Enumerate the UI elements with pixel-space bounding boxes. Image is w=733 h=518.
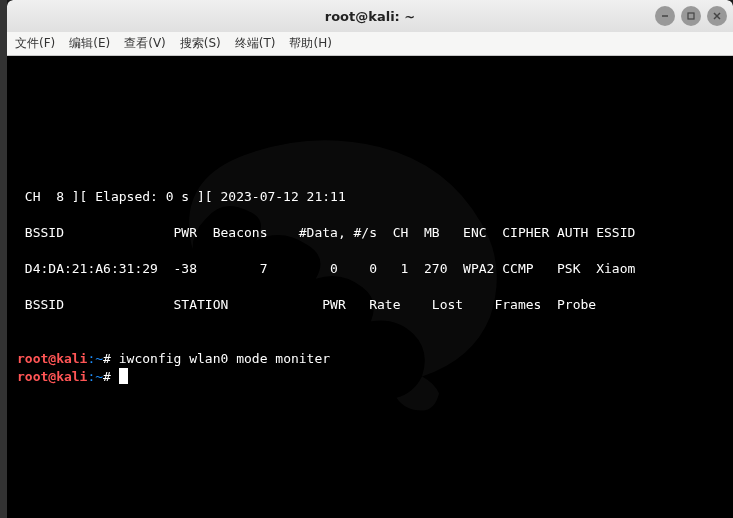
minimize-button[interactable] [655,6,675,26]
prompt-at: @ [48,369,56,384]
prompt-line-2: root@kali:~# [17,369,128,384]
menu-terminal[interactable]: 终端(T) [235,35,276,52]
cursor [119,368,128,384]
prompt-host: kali [56,351,87,366]
titlebar: root@kali: ~ [7,0,733,32]
menu-file[interactable]: 文件(F) [15,35,55,52]
prompt-user: root [17,369,48,384]
prompt-at: @ [48,351,56,366]
menubar: 文件(F) 编辑(E) 查看(V) 搜索(S) 终端(T) 帮助(H) [7,32,733,56]
terminal-body[interactable]: CH 8 ][ Elapsed: 0 s ][ 2023-07-12 21:11… [7,56,733,518]
close-button[interactable] [707,6,727,26]
airodump-header: CH 8 ][ Elapsed: 0 s ][ 2023-07-12 21:11 [17,189,346,204]
prompt-path: ~ [95,351,103,366]
prompt-hash: # [103,369,119,384]
menu-search[interactable]: 搜索(S) [180,35,221,52]
terminal-window: root@kali: ~ 文件(F) 编辑(E) 查看(V) 搜索(S) 终端(… [7,0,733,518]
menu-help[interactable]: 帮助(H) [289,35,331,52]
prompt-line-1: root@kali:~# iwconfig wlan0 mode moniter [17,351,330,366]
command-text: iwconfig wlan0 mode moniter [119,351,330,366]
airodump-row: D4:DA:21:A6:31:29 -38 7 0 0 1 270 WPA2 C… [17,261,635,276]
maximize-button[interactable] [681,6,701,26]
svg-rect-1 [688,13,694,19]
desktop-strip [0,0,7,518]
prompt-host: kali [56,369,87,384]
airodump-columns-ap: BSSID PWR Beacons #Data, #/s CH MB ENC C… [17,225,635,240]
prompt-user: root [17,351,48,366]
prompt-path: ~ [95,369,103,384]
menu-edit[interactable]: 编辑(E) [69,35,110,52]
window-title: root@kali: ~ [325,9,415,24]
prompt-hash: # [103,351,119,366]
menu-view[interactable]: 查看(V) [124,35,166,52]
airodump-columns-sta: BSSID STATION PWR Rate Lost Frames Probe [17,297,596,312]
